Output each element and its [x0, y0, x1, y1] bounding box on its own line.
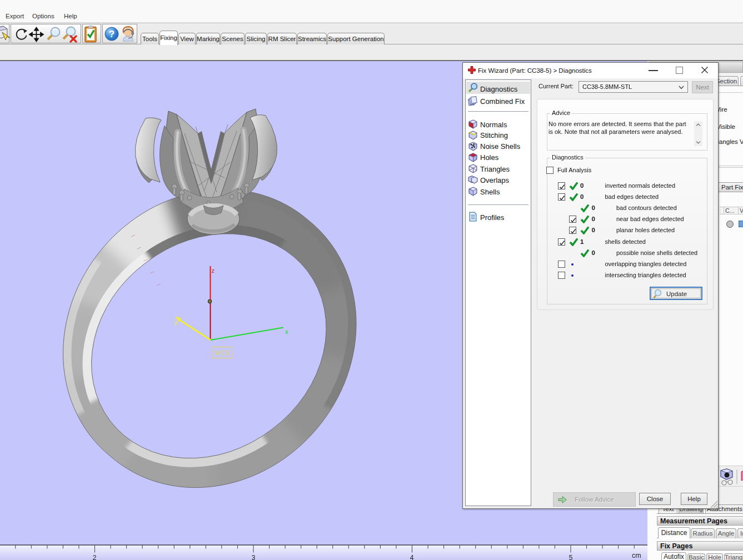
svg-text:y: y — [174, 319, 178, 326]
svg-text:?: ? — [109, 29, 114, 39]
svg-text:z: z — [212, 267, 215, 274]
svg-text:2: 2 — [93, 554, 97, 560]
svg-text:WCS: WCS — [215, 349, 230, 356]
svg-text:cm: cm — [632, 552, 641, 559]
svg-text:4: 4 — [410, 554, 414, 560]
svg-text:3: 3 — [252, 554, 256, 560]
svg-text:5: 5 — [569, 554, 573, 560]
svg-text:x: x — [285, 328, 288, 335]
